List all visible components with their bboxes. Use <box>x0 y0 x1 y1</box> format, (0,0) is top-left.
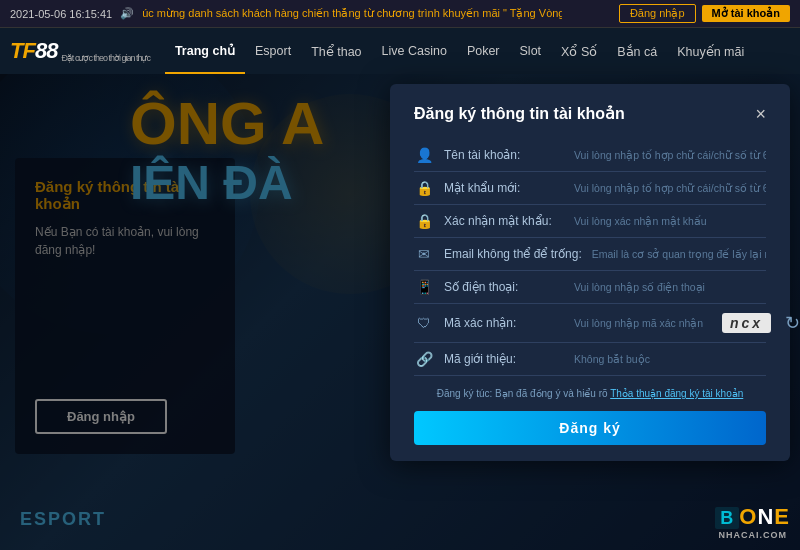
confirm-password-label: Xác nhận mật khẩu: <box>444 214 564 228</box>
form-row-captcha: 🛡 Mã xác nhận: ncx ↻ <box>414 304 766 343</box>
form-row-username: 👤 Tên tài khoản: <box>414 139 766 172</box>
logo: TF88 Đặt cược theo thời gian thực <box>10 38 150 64</box>
footer-text: Đăng ký túc: Bạn đã đồng ý và hiểu rõ Th… <box>414 388 766 399</box>
nav-items: Trang chủ Esport Thể thao Live Casino Po… <box>165 28 790 74</box>
link-icon: 🔗 <box>414 351 434 367</box>
password-label: Mật khẩu mới: <box>444 181 564 195</box>
register-button[interactable]: Mở tài khoản <box>702 5 790 22</box>
registration-modal: Đăng ký thông tin tài khoản × 👤 Tên tài … <box>390 84 790 461</box>
modal-title: Đăng ký thông tin tài khoản <box>414 104 625 123</box>
watermark: BONE NHACAI.COM <box>715 504 790 540</box>
captcha-input[interactable] <box>574 317 712 329</box>
watermark-e: E <box>774 504 790 529</box>
nav-item-banca[interactable]: Bắn cá <box>607 28 667 74</box>
modal-header: Đăng ký thông tin tài khoản × <box>414 104 766 123</box>
form-row-confirm-password: 🔒 Xác nhận mật khẩu: <box>414 205 766 238</box>
captcha-refresh-icon[interactable]: ↻ <box>785 312 800 334</box>
shield-icon: 🛡 <box>414 315 434 331</box>
email-icon: ✉ <box>414 246 434 262</box>
username-label: Tên tài khoản: <box>444 148 564 162</box>
nav-item-esport[interactable]: Esport <box>245 28 301 74</box>
referral-input[interactable] <box>574 353 766 365</box>
captcha-label: Mã xác nhận: <box>444 316 564 330</box>
top-bar: 2021-05-06 16:15:41 🔊 úc mừng danh sách … <box>0 0 800 28</box>
confirm-password-input[interactable] <box>574 215 766 227</box>
login-button[interactable]: Đăng nhập <box>619 4 696 23</box>
phone-icon: 📱 <box>414 279 434 295</box>
form-row-phone: 📱 Số điện thoại: <box>414 271 766 304</box>
form-row-email: ✉ Email không thể để trống: <box>414 238 766 271</box>
password-input[interactable] <box>574 182 766 194</box>
phone-label: Số điện thoại: <box>444 280 564 294</box>
top-bar-right: Đăng nhập Mở tài khoản <box>619 4 790 23</box>
terms-link[interactable]: Thỏa thuận đăng ký tài khoản <box>610 388 743 399</box>
submit-register-button[interactable]: Đăng ký <box>414 411 766 445</box>
nav-item-khuyenmai[interactable]: Khuyến mãi <box>667 28 754 74</box>
user-icon: 👤 <box>414 147 434 163</box>
logo-tagline: Đặt cược theo thời gian thực <box>61 53 150 63</box>
form-row-password: 🔒 Mật khẩu mới: <box>414 172 766 205</box>
watermark-b: B <box>715 507 739 529</box>
nav-item-thethao[interactable]: Thể thao <box>301 28 371 74</box>
referral-label: Mã giới thiệu: <box>444 352 564 366</box>
modal-footer: Đăng ký túc: Bạn đã đồng ý và hiểu rõ Th… <box>414 388 766 445</box>
logo-tf: TF <box>10 38 35 64</box>
nav-item-trangchu[interactable]: Trang chủ <box>165 28 245 74</box>
phone-input[interactable] <box>574 281 766 293</box>
nav-item-poker[interactable]: Poker <box>457 28 510 74</box>
logo-num: 88 <box>35 38 57 64</box>
nav-item-xoso[interactable]: Xổ Số <box>551 28 607 74</box>
datetime: 2021-05-06 16:15:41 <box>10 8 112 20</box>
email-label: Email không thể để trống: <box>444 247 582 261</box>
nav-item-slot[interactable]: Slot <box>510 28 552 74</box>
nav-bar: TF88 Đặt cược theo thời gian thực Trang … <box>0 28 800 74</box>
email-input[interactable] <box>592 248 766 260</box>
lock-icon: 🔒 <box>414 180 434 196</box>
notification: úc mừng danh sách khách hàng chiến thắng… <box>142 7 562 20</box>
lock2-icon: 🔒 <box>414 213 434 229</box>
form-row-referral: 🔗 Mã giới thiệu: <box>414 343 766 376</box>
speaker-icon: 🔊 <box>120 7 134 20</box>
watermark-o: O <box>739 504 757 529</box>
nav-item-livecasino[interactable]: Live Casino <box>372 28 457 74</box>
watermark-n: N <box>757 504 774 529</box>
modal-close-button[interactable]: × <box>755 105 766 123</box>
username-input[interactable] <box>574 149 766 161</box>
captcha-image[interactable]: ncx <box>722 313 771 333</box>
watermark-sub: NHACAI.COM <box>715 530 790 540</box>
top-bar-left: 2021-05-06 16:15:41 🔊 úc mừng danh sách … <box>10 7 562 20</box>
